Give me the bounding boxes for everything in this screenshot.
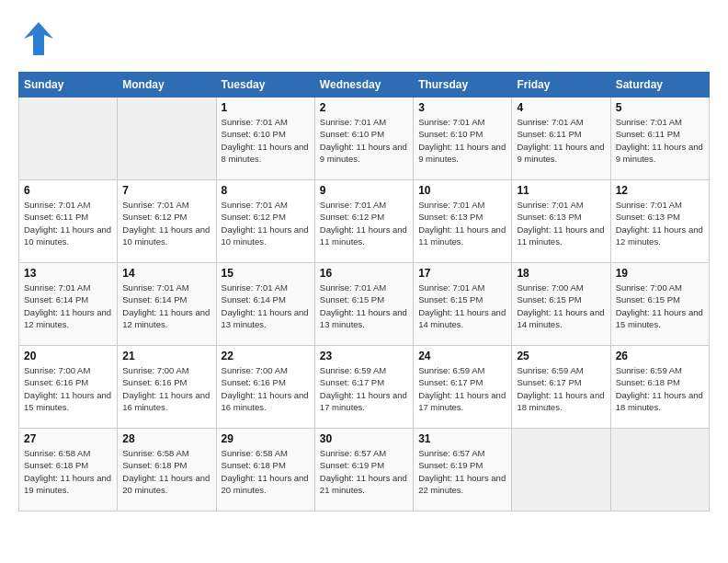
day-number: 16 [320,267,408,280]
calendar-cell: 30Sunrise: 6:57 AM Sunset: 6:19 PM Dayli… [314,429,413,511]
day-number: 30 [320,432,408,445]
day-info: Sunrise: 7:00 AM Sunset: 6:16 PM Dayligh… [24,364,112,413]
day-number: 22 [222,350,310,362]
calendar-cell: 12Sunrise: 7:01 AM Sunset: 6:13 PM Dayli… [610,180,709,263]
day-number: 11 [517,184,605,197]
day-number: 25 [517,350,605,362]
calendar-cell: 15Sunrise: 7:01 AM Sunset: 6:14 PM Dayli… [216,263,314,346]
day-info: Sunrise: 7:01 AM Sunset: 6:13 PM Dayligh… [517,199,605,247]
day-info: Sunrise: 7:01 AM Sunset: 6:13 PM Dayligh… [616,199,704,247]
day-number: 19 [616,267,704,280]
day-number: 6 [24,184,112,197]
day-number: 24 [418,350,506,362]
day-info: Sunrise: 7:01 AM Sunset: 6:11 PM Dayligh… [616,116,704,165]
day-number: 8 [222,184,310,197]
day-number: 12 [616,184,704,197]
weekday-header-friday: Friday [512,73,610,98]
calendar-week-row: 20Sunrise: 7:00 AM Sunset: 6:16 PM Dayli… [19,346,710,429]
day-number: 27 [24,432,112,445]
calendar-cell: 13Sunrise: 7:01 AM Sunset: 6:14 PM Dayli… [19,263,118,346]
day-info: Sunrise: 6:59 AM Sunset: 6:17 PM Dayligh… [320,364,408,413]
calendar-cell [610,429,709,511]
logo-icon [18,18,59,63]
day-info: Sunrise: 7:01 AM Sunset: 6:14 PM Dayligh… [24,282,112,330]
day-info: Sunrise: 7:01 AM Sunset: 6:10 PM Dayligh… [222,116,310,165]
calendar-cell: 2Sunrise: 7:01 AM Sunset: 6:10 PM Daylig… [314,98,413,180]
day-info: Sunrise: 7:01 AM Sunset: 6:15 PM Dayligh… [320,282,408,330]
calendar-cell: 28Sunrise: 6:58 AM Sunset: 6:18 PM Dayli… [118,429,216,511]
day-number: 17 [418,267,506,280]
logo [18,18,63,63]
day-info: Sunrise: 7:00 AM Sunset: 6:15 PM Dayligh… [616,282,704,330]
calendar-cell: 22Sunrise: 7:00 AM Sunset: 6:16 PM Dayli… [216,346,314,429]
day-info: Sunrise: 6:58 AM Sunset: 6:18 PM Dayligh… [222,447,310,496]
day-info: Sunrise: 7:01 AM Sunset: 6:12 PM Dayligh… [122,199,210,247]
calendar-cell: 16Sunrise: 7:01 AM Sunset: 6:15 PM Dayli… [314,263,413,346]
day-info: Sunrise: 6:58 AM Sunset: 6:18 PM Dayligh… [122,447,210,496]
day-info: Sunrise: 6:59 AM Sunset: 6:17 PM Dayligh… [418,364,506,413]
weekday-header-sunday: Sunday [19,73,118,98]
day-number: 29 [222,432,310,445]
weekday-header-tuesday: Tuesday [216,73,314,98]
calendar-week-row: 13Sunrise: 7:01 AM Sunset: 6:14 PM Dayli… [19,263,710,346]
day-info: Sunrise: 6:57 AM Sunset: 6:19 PM Dayligh… [418,447,506,496]
day-number: 3 [418,101,506,114]
calendar-week-row: 1Sunrise: 7:01 AM Sunset: 6:10 PM Daylig… [19,98,710,180]
calendar-cell: 19Sunrise: 7:00 AM Sunset: 6:15 PM Dayli… [610,263,709,346]
calendar-cell: 4Sunrise: 7:01 AM Sunset: 6:11 PM Daylig… [512,98,610,180]
calendar-cell: 10Sunrise: 7:01 AM Sunset: 6:13 PM Dayli… [414,180,512,263]
day-info: Sunrise: 7:00 AM Sunset: 6:15 PM Dayligh… [517,282,605,330]
day-number: 21 [122,350,210,362]
day-info: Sunrise: 6:59 AM Sunset: 6:18 PM Dayligh… [616,364,704,413]
day-number: 9 [320,184,408,197]
day-number: 1 [222,101,310,114]
calendar-week-row: 6Sunrise: 7:01 AM Sunset: 6:11 PM Daylig… [19,180,710,263]
day-number: 10 [418,184,506,197]
calendar-cell: 11Sunrise: 7:01 AM Sunset: 6:13 PM Dayli… [512,180,610,263]
day-info: Sunrise: 7:01 AM Sunset: 6:13 PM Dayligh… [418,199,506,247]
calendar-cell: 20Sunrise: 7:00 AM Sunset: 6:16 PM Dayli… [19,346,118,429]
day-info: Sunrise: 7:01 AM Sunset: 6:15 PM Dayligh… [418,282,506,330]
calendar-cell: 26Sunrise: 6:59 AM Sunset: 6:18 PM Dayli… [610,346,709,429]
day-number: 26 [616,350,704,362]
calendar-cell [512,429,610,511]
day-number: 5 [616,101,704,114]
day-info: Sunrise: 7:01 AM Sunset: 6:10 PM Dayligh… [320,116,408,165]
day-info: Sunrise: 7:01 AM Sunset: 6:14 PM Dayligh… [222,282,310,330]
day-number: 20 [24,350,112,362]
day-info: Sunrise: 7:00 AM Sunset: 6:16 PM Dayligh… [222,364,310,413]
day-number: 23 [320,350,408,362]
calendar-cell: 31Sunrise: 6:57 AM Sunset: 6:19 PM Dayli… [414,429,512,511]
calendar-cell: 8Sunrise: 7:01 AM Sunset: 6:12 PM Daylig… [216,180,314,263]
calendar-cell: 27Sunrise: 6:58 AM Sunset: 6:18 PM Dayli… [19,429,118,511]
calendar-cell: 3Sunrise: 7:01 AM Sunset: 6:10 PM Daylig… [414,98,512,180]
calendar-cell: 6Sunrise: 7:01 AM Sunset: 6:11 PM Daylig… [19,180,118,263]
day-number: 2 [320,101,408,114]
day-info: Sunrise: 6:59 AM Sunset: 6:17 PM Dayligh… [517,364,605,413]
calendar-cell: 5Sunrise: 7:01 AM Sunset: 6:11 PM Daylig… [610,98,709,180]
day-info: Sunrise: 7:01 AM Sunset: 6:11 PM Dayligh… [517,116,605,165]
day-info: Sunrise: 7:01 AM Sunset: 6:11 PM Dayligh… [24,199,112,247]
calendar-cell: 14Sunrise: 7:01 AM Sunset: 6:14 PM Dayli… [118,263,216,346]
calendar-cell: 25Sunrise: 6:59 AM Sunset: 6:17 PM Dayli… [512,346,610,429]
weekday-header-monday: Monday [118,73,216,98]
calendar-cell [19,98,118,180]
calendar-cell: 9Sunrise: 7:01 AM Sunset: 6:12 PM Daylig… [314,180,413,263]
day-info: Sunrise: 6:58 AM Sunset: 6:18 PM Dayligh… [24,447,112,496]
calendar-cell: 1Sunrise: 7:01 AM Sunset: 6:10 PM Daylig… [216,98,314,180]
calendar-cell: 18Sunrise: 7:00 AM Sunset: 6:15 PM Dayli… [512,263,610,346]
day-number: 28 [122,432,210,445]
calendar-table: SundayMondayTuesdayWednesdayThursdayFrid… [18,72,710,511]
day-info: Sunrise: 7:00 AM Sunset: 6:16 PM Dayligh… [122,364,210,413]
day-number: 14 [122,267,210,280]
day-number: 18 [517,267,605,280]
day-number: 4 [517,101,605,114]
day-number: 31 [418,432,506,445]
calendar-cell: 24Sunrise: 6:59 AM Sunset: 6:17 PM Dayli… [414,346,512,429]
weekday-header-saturday: Saturday [610,73,709,98]
weekday-header-wednesday: Wednesday [314,73,413,98]
calendar-cell: 7Sunrise: 7:01 AM Sunset: 6:12 PM Daylig… [118,180,216,263]
day-number: 15 [222,267,310,280]
weekday-header-thursday: Thursday [414,73,512,98]
day-info: Sunrise: 7:01 AM Sunset: 6:14 PM Dayligh… [122,282,210,330]
